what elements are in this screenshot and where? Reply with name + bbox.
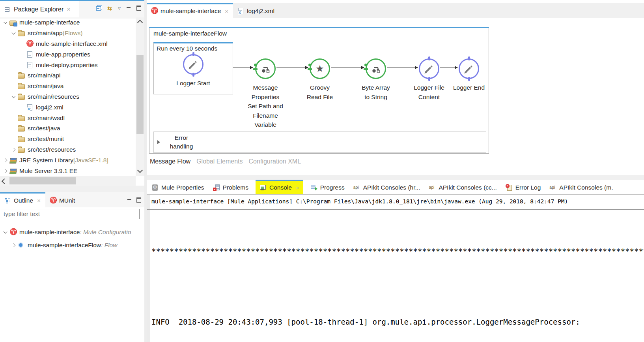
tab-package-explorer[interactable]: Package Explorer × [0, 1, 79, 17]
view-tab-icon [310, 184, 317, 191]
close-icon[interactable]: × [296, 184, 299, 191]
flow-title: mule-sample-interfaceFlow [153, 30, 227, 37]
expander-chevron-icon[interactable] [11, 92, 18, 102]
flow-node[interactable]: ★ Message Properties Set Path and Filena… [240, 58, 291, 130]
expander-chevron-icon[interactable] [19, 39, 26, 49]
flow-node[interactable]: ★ Byte Array to String [350, 58, 401, 101]
tree-item-label: src/main/app [28, 30, 63, 37]
pencil-icon [465, 65, 472, 72]
editor-tab[interactable]: mule-sample-interface × [147, 3, 233, 18]
outline-toolbar [127, 197, 141, 203]
flow-canvas: mule-sample-interfaceFlow Run every 10 s… [147, 18, 644, 175]
expander-chevron-icon[interactable] [11, 70, 18, 81]
expander-chevron-icon[interactable] [2, 17, 9, 28]
collapse-all-icon[interactable] [96, 6, 101, 11]
console-log[interactable]: ****************************************… [151, 211, 644, 342]
expander-chevron-icon[interactable] [11, 113, 18, 123]
expander-chevron-icon[interactable] [11, 123, 18, 134]
console-view-tab[interactable]: Progress × [309, 180, 346, 194]
scrollbar-thumb[interactable] [136, 55, 144, 134]
scroll-up-icon[interactable] [137, 20, 143, 25]
minimize-icon[interactable] [127, 6, 131, 10]
flow-node[interactable]: Logger Start [154, 54, 233, 88]
filter-input[interactable] [1, 209, 140, 219]
expander-chevron-icon[interactable] [2, 155, 9, 165]
expander-chevron-icon[interactable] [11, 239, 18, 252]
tree-item[interactable]: Mule Server 3.9.1 EE [0, 165, 136, 176]
console-view-tab[interactable]: Mule Properties × [150, 180, 206, 194]
horizontal-sash[interactable] [0, 186, 144, 192]
console-view-tab[interactable]: Problems × [211, 180, 250, 194]
tree-item-decoration: [JavaSE-1.8] [73, 157, 108, 164]
console-view-tab[interactable]: APIkit Consoles (m. × [548, 180, 614, 194]
tree-item-icon [18, 115, 25, 122]
expander-chevron-icon[interactable] [2, 225, 9, 239]
console-view-tab[interactable]: Console × [256, 180, 303, 194]
outline-view-tab[interactable]: Outline × [0, 192, 45, 207]
tree-item[interactable]: src/test/munit [0, 134, 136, 145]
editor-view-tab[interactable]: Message Flow [150, 158, 190, 165]
outline-tree-item[interactable]: mule-sample-interfaceFlow : Flow [0, 239, 144, 252]
tree-item[interactable]: src/main/api [0, 70, 136, 81]
horizontal-scrollbar[interactable] [0, 176, 136, 186]
tree-item[interactable]: mule-sample-interface [0, 17, 136, 28]
tree-item[interactable]: src/main/resources [0, 92, 136, 102]
tree-item[interactable]: src/test/java [0, 123, 136, 134]
transform-icon [371, 64, 381, 74]
expander-chevron-icon[interactable] [11, 145, 18, 155]
star-icon: ★ [315, 64, 324, 73]
tree-item-label: mule-sample-interface.xml [36, 40, 108, 47]
tree-item-label: src/test/munit [28, 135, 64, 143]
expand-triangle-icon[interactable] [157, 140, 160, 144]
panel-sash[interactable] [147, 175, 644, 180]
error-handling-section[interactable]: Error handling [153, 132, 486, 153]
scrollbar-thumb[interactable] [9, 177, 76, 184]
flow-node-label: Byte Array to String [362, 83, 390, 101]
expander-chevron-icon[interactable] [19, 102, 26, 113]
console-view-tab[interactable]: APIkit Consoles (cc... × [427, 180, 498, 194]
close-icon[interactable]: × [37, 197, 41, 204]
maximize-icon[interactable] [136, 6, 141, 11]
tree-item[interactable]: src/main/app (Flows) [0, 28, 136, 39]
view-tab-label: MUnit [59, 197, 75, 204]
link-with-editor-icon[interactable]: ⇆ [107, 6, 112, 11]
tree-item[interactable]: mule-deploy.properties [0, 60, 136, 70]
editor-view-tab[interactable]: Global Elements [196, 158, 243, 165]
console-view-tab[interactable]: APIkit Consoles (hr... × [352, 180, 422, 194]
tree-item[interactable]: log4j2.xml [0, 102, 136, 113]
minimize-icon[interactable] [127, 198, 131, 202]
vertical-scrollbar[interactable] [136, 17, 144, 176]
expander-chevron-icon[interactable] [2, 165, 9, 176]
tree-item[interactable]: src/test/resources [0, 145, 136, 155]
tree-item[interactable]: mule-sample-interface.xml [0, 39, 136, 49]
outline-view-tab[interactable]: MUnit × [45, 192, 80, 207]
expander-chevron-icon[interactable] [19, 60, 26, 70]
tree-item[interactable]: JRE System Library [JavaSE-1.8] [0, 155, 136, 165]
view-tab-label: Error Log [515, 184, 541, 191]
outline-tree-item[interactable]: mule-sample-interface : Mule Configurati… [0, 225, 144, 239]
flow-node[interactable]: ★ Logger End [443, 58, 495, 92]
outline-panel: Outline × MUnit × m [0, 192, 144, 342]
view-menu-icon[interactable]: ▽ [118, 6, 121, 10]
expander-chevron-icon[interactable] [11, 81, 18, 92]
maximize-icon[interactable] [136, 197, 141, 203]
editor-tab[interactable]: log4j2.xml × [233, 3, 279, 18]
flow-node[interactable]: ★ Groovy Read File [294, 58, 345, 101]
close-icon[interactable]: × [225, 8, 228, 15]
editor-view-tab[interactable]: Configuration XML [249, 158, 301, 165]
expander-chevron-icon[interactable] [19, 49, 26, 60]
flow-node-label: Logger End [453, 83, 485, 92]
tree-item[interactable]: src/main/wsdl [0, 113, 136, 123]
view-tab-label: Mule Properties [161, 184, 204, 191]
close-icon[interactable]: × [67, 6, 70, 13]
expander-chevron-icon[interactable] [11, 134, 18, 145]
tree-item[interactable]: src/main/java [0, 81, 136, 92]
scroll-down-icon[interactable] [137, 167, 143, 173]
scroll-left-icon[interactable] [2, 179, 7, 184]
flow-node-icon: ★ [255, 58, 276, 79]
tree-item[interactable]: mule-app.properties [0, 49, 136, 60]
flow-container[interactable]: mule-sample-interfaceFlow Run every 10 s… [149, 27, 489, 154]
console-view-tab[interactable]: Error Log × [504, 180, 543, 194]
poll-scope[interactable]: Run every 10 seconds Logger Start [153, 42, 233, 94]
expander-chevron-icon[interactable] [11, 28, 18, 39]
